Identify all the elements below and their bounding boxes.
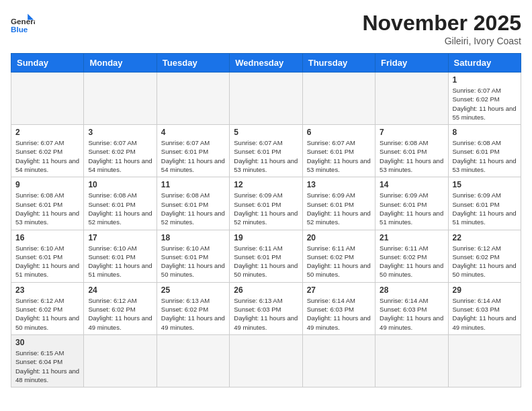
day-number: 16 <box>15 233 79 242</box>
day-number: 3 <box>88 128 152 137</box>
calendar-cell: 24Sunrise: 6:12 AM Sunset: 6:02 PM Dayli… <box>84 282 157 334</box>
calendar-cell: 9Sunrise: 6:08 AM Sunset: 6:01 PM Daylig… <box>11 177 84 230</box>
calendar-cell: 15Sunrise: 6:09 AM Sunset: 6:01 PM Dayli… <box>448 177 521 230</box>
calendar-cell: 7Sunrise: 6:08 AM Sunset: 6:01 PM Daylig… <box>375 125 448 177</box>
title-block: November 2025 Gileiri, Ivory Coast <box>362 11 521 46</box>
day-number: 8 <box>453 128 517 137</box>
day-header-friday: Friday <box>375 54 448 73</box>
calendar-cell: 21Sunrise: 6:11 AM Sunset: 6:02 PM Dayli… <box>375 230 448 282</box>
day-number: 13 <box>307 180 371 189</box>
calendar-cell: 4Sunrise: 6:07 AM Sunset: 6:01 PM Daylig… <box>157 125 229 177</box>
day-header-tuesday: Tuesday <box>157 54 229 73</box>
day-number: 9 <box>15 180 79 189</box>
calendar-cell: 14Sunrise: 6:09 AM Sunset: 6:01 PM Dayli… <box>375 177 448 230</box>
day-number: 27 <box>307 285 371 295</box>
day-number: 24 <box>88 285 152 295</box>
day-number: 14 <box>380 180 443 189</box>
day-info: Sunrise: 6:09 AM Sunset: 6:01 PM Dayligh… <box>380 191 443 226</box>
day-info: Sunrise: 6:07 AM Sunset: 6:02 PM Dayligh… <box>15 138 79 174</box>
day-info: Sunrise: 6:07 AM Sunset: 6:02 PM Dayligh… <box>88 138 152 174</box>
day-info: Sunrise: 6:13 AM Sunset: 6:02 PM Dayligh… <box>161 296 225 332</box>
calendar-cell: 28Sunrise: 6:14 AM Sunset: 6:03 PM Dayli… <box>375 282 448 334</box>
calendar-cell <box>157 73 229 125</box>
calendar-cell <box>84 334 157 387</box>
calendar-cell: 19Sunrise: 6:11 AM Sunset: 6:01 PM Dayli… <box>230 230 302 282</box>
day-info: Sunrise: 6:09 AM Sunset: 6:01 PM Dayligh… <box>453 191 517 226</box>
calendar-table: SundayMondayTuesdayWednesdayThursdayFrid… <box>11 53 521 387</box>
day-header-saturday: Saturday <box>448 54 521 73</box>
day-number: 12 <box>234 180 298 189</box>
day-number: 29 <box>453 285 517 295</box>
day-header-sunday: Sunday <box>11 54 84 73</box>
day-number: 6 <box>307 128 371 137</box>
calendar-cell: 10Sunrise: 6:08 AM Sunset: 6:01 PM Dayli… <box>84 177 157 230</box>
day-number: 2 <box>15 128 79 137</box>
calendar-cell: 25Sunrise: 6:13 AM Sunset: 6:02 PM Dayli… <box>157 282 229 334</box>
calendar-cell <box>230 73 302 125</box>
day-info: Sunrise: 6:12 AM Sunset: 6:02 PM Dayligh… <box>88 296 152 332</box>
day-number: 10 <box>88 180 152 189</box>
day-info: Sunrise: 6:15 AM Sunset: 6:04 PM Dayligh… <box>15 349 79 384</box>
day-number: 21 <box>380 233 443 242</box>
day-info: Sunrise: 6:12 AM Sunset: 6:02 PM Dayligh… <box>15 296 79 332</box>
day-info: Sunrise: 6:08 AM Sunset: 6:01 PM Dayligh… <box>15 191 79 226</box>
calendar-cell <box>84 73 157 125</box>
day-info: Sunrise: 6:07 AM Sunset: 6:01 PM Dayligh… <box>161 138 225 174</box>
day-info: Sunrise: 6:10 AM Sunset: 6:01 PM Dayligh… <box>161 244 225 279</box>
calendar-cell: 2Sunrise: 6:07 AM Sunset: 6:02 PM Daylig… <box>11 125 84 177</box>
calendar-cell: 18Sunrise: 6:10 AM Sunset: 6:01 PM Dayli… <box>157 230 229 282</box>
calendar-cell: 22Sunrise: 6:12 AM Sunset: 6:02 PM Dayli… <box>448 230 521 282</box>
calendar-cell: 26Sunrise: 6:13 AM Sunset: 6:03 PM Dayli… <box>230 282 302 334</box>
day-number: 26 <box>234 285 298 295</box>
logo: General Blue <box>11 11 35 35</box>
calendar-cell: 6Sunrise: 6:07 AM Sunset: 6:01 PM Daylig… <box>302 125 375 177</box>
day-number: 15 <box>453 180 517 189</box>
day-number: 17 <box>88 233 152 242</box>
day-info: Sunrise: 6:08 AM Sunset: 6:01 PM Dayligh… <box>453 138 517 174</box>
calendar-week-row: 2Sunrise: 6:07 AM Sunset: 6:02 PM Daylig… <box>11 125 521 177</box>
day-number: 19 <box>234 233 298 242</box>
day-info: Sunrise: 6:07 AM Sunset: 6:01 PM Dayligh… <box>234 138 298 174</box>
calendar-cell <box>375 73 448 125</box>
day-info: Sunrise: 6:08 AM Sunset: 6:01 PM Dayligh… <box>380 138 443 174</box>
calendar-cell: 23Sunrise: 6:12 AM Sunset: 6:02 PM Dayli… <box>11 282 84 334</box>
day-info: Sunrise: 6:08 AM Sunset: 6:01 PM Dayligh… <box>88 191 152 226</box>
day-header-thursday: Thursday <box>302 54 375 73</box>
calendar-cell <box>302 334 375 387</box>
calendar-cell <box>157 334 229 387</box>
calendar-cell <box>375 334 448 387</box>
calendar-week-row: 9Sunrise: 6:08 AM Sunset: 6:01 PM Daylig… <box>11 177 521 230</box>
day-info: Sunrise: 6:12 AM Sunset: 6:02 PM Dayligh… <box>453 244 517 279</box>
day-number: 4 <box>161 128 225 137</box>
calendar-cell <box>230 334 302 387</box>
logo-icon: General Blue <box>11 11 35 35</box>
day-number: 22 <box>453 233 517 242</box>
day-info: Sunrise: 6:11 AM Sunset: 6:02 PM Dayligh… <box>307 244 371 279</box>
day-number: 30 <box>15 338 79 347</box>
calendar-cell: 13Sunrise: 6:09 AM Sunset: 6:01 PM Dayli… <box>302 177 375 230</box>
day-info: Sunrise: 6:09 AM Sunset: 6:01 PM Dayligh… <box>234 191 298 226</box>
day-number: 20 <box>307 233 371 242</box>
calendar-cell: 11Sunrise: 6:08 AM Sunset: 6:01 PM Dayli… <box>157 177 229 230</box>
calendar-cell: 16Sunrise: 6:10 AM Sunset: 6:01 PM Dayli… <box>11 230 84 282</box>
calendar-cell: 17Sunrise: 6:10 AM Sunset: 6:01 PM Dayli… <box>84 230 157 282</box>
calendar-cell: 29Sunrise: 6:14 AM Sunset: 6:03 PM Dayli… <box>448 282 521 334</box>
day-info: Sunrise: 6:07 AM Sunset: 6:02 PM Dayligh… <box>453 86 517 122</box>
svg-text:Blue: Blue <box>11 25 28 34</box>
day-info: Sunrise: 6:10 AM Sunset: 6:01 PM Dayligh… <box>88 244 152 279</box>
calendar-cell: 1Sunrise: 6:07 AM Sunset: 6:02 PM Daylig… <box>448 73 521 125</box>
day-number: 5 <box>234 128 298 137</box>
calendar-cell: 8Sunrise: 6:08 AM Sunset: 6:01 PM Daylig… <box>448 125 521 177</box>
day-info: Sunrise: 6:07 AM Sunset: 6:01 PM Dayligh… <box>307 138 371 174</box>
calendar-week-row: 23Sunrise: 6:12 AM Sunset: 6:02 PM Dayli… <box>11 282 521 334</box>
calendar-week-row: 1Sunrise: 6:07 AM Sunset: 6:02 PM Daylig… <box>11 73 521 125</box>
page-header: General Blue November 2025 Gileiri, Ivor… <box>11 11 521 46</box>
calendar-cell: 30Sunrise: 6:15 AM Sunset: 6:04 PM Dayli… <box>11 334 84 387</box>
day-number: 23 <box>15 285 79 295</box>
month-title: November 2025 <box>362 11 521 36</box>
day-info: Sunrise: 6:11 AM Sunset: 6:02 PM Dayligh… <box>380 244 443 279</box>
day-info: Sunrise: 6:09 AM Sunset: 6:01 PM Dayligh… <box>307 191 371 226</box>
calendar-cell: 5Sunrise: 6:07 AM Sunset: 6:01 PM Daylig… <box>230 125 302 177</box>
day-info: Sunrise: 6:14 AM Sunset: 6:03 PM Dayligh… <box>380 296 443 332</box>
day-header-monday: Monday <box>84 54 157 73</box>
